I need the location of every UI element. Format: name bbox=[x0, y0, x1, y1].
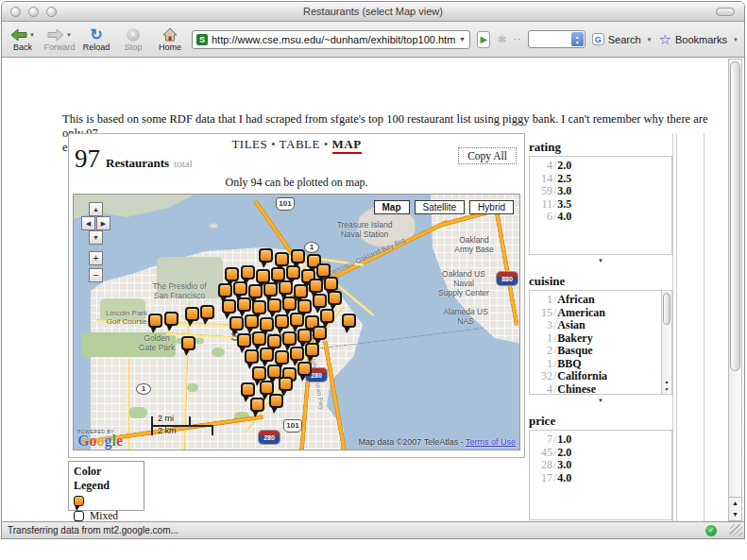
map-marker[interactable] bbox=[222, 299, 236, 314]
url-field[interactable]: S http://www.cse.msu.edu/~dunham/exhibit… bbox=[192, 30, 470, 49]
map-marker[interactable] bbox=[260, 348, 274, 362]
go-button[interactable]: ▶ bbox=[477, 31, 490, 48]
map-marker[interactable] bbox=[275, 314, 289, 329]
map-marker[interactable] bbox=[297, 299, 312, 314]
map-marker[interactable] bbox=[316, 263, 331, 278]
map-type-hybrid[interactable]: Hybrid bbox=[469, 200, 514, 214]
facet-value-row[interactable]: 6/4.0 bbox=[530, 211, 671, 224]
map-marker[interactable] bbox=[250, 398, 264, 412]
url-history-caret-icon[interactable]: ▼ bbox=[459, 36, 466, 42]
pan-up-button[interactable]: ▲ bbox=[89, 202, 103, 216]
map-marker[interactable] bbox=[328, 291, 342, 305]
map-marker[interactable] bbox=[237, 297, 251, 312]
facet-value-row[interactable]: 28/3.0 bbox=[530, 459, 671, 472]
map-marker[interactable] bbox=[275, 350, 289, 365]
facet-value-row[interactable]: 1/BBQ bbox=[530, 358, 671, 371]
copy-all-button[interactable]: Copy All bbox=[458, 147, 517, 164]
facet-value-row[interactable]: 1/Bakery bbox=[530, 332, 671, 346]
map-marker[interactable] bbox=[282, 331, 297, 346]
close-button[interactable] bbox=[10, 7, 21, 17]
map-marker[interactable] bbox=[271, 267, 285, 281]
home-button[interactable]: Home bbox=[155, 24, 185, 56]
facet-more-button[interactable]: ▼ bbox=[529, 255, 672, 266]
map-marker[interactable] bbox=[237, 333, 251, 348]
map-marker[interactable] bbox=[269, 394, 283, 408]
map-marker[interactable] bbox=[282, 297, 297, 311]
facet-value-row[interactable]: 15/American bbox=[530, 307, 671, 320]
map-marker[interactable] bbox=[200, 305, 214, 319]
map-marker[interactable] bbox=[245, 314, 259, 329]
facet-value-row[interactable]: 4/Chinese bbox=[530, 383, 671, 396]
map-marker[interactable] bbox=[263, 282, 278, 297]
page-scrollbar-buttons[interactable]: ▲ ▼ bbox=[729, 497, 741, 520]
facet-scrollbar[interactable]: ▲▼ bbox=[661, 291, 671, 394]
map-marker[interactable] bbox=[313, 326, 327, 340]
facet-value-row[interactable]: 45/2.0 bbox=[530, 447, 671, 460]
resize-grip[interactable] bbox=[730, 524, 742, 536]
map-marker[interactable] bbox=[324, 277, 338, 291]
stop-button[interactable]: ✕ Stop bbox=[118, 24, 148, 56]
title-bar[interactable]: Restaurants (select Map view) bbox=[2, 2, 744, 22]
facet-value-row[interactable]: 2/Basque bbox=[530, 345, 671, 358]
facet-value-row[interactable]: 1/African bbox=[530, 294, 671, 307]
search-menu[interactable]: G Search ▼ bbox=[592, 33, 653, 45]
map-marker[interactable] bbox=[256, 269, 270, 283]
map-marker[interactable] bbox=[218, 283, 232, 297]
map-marker[interactable] bbox=[267, 298, 281, 313]
map-marker[interactable] bbox=[279, 280, 293, 295]
view-tab-tiles[interactable]: TILES bbox=[231, 137, 267, 151]
pan-down-button[interactable]: ▼ bbox=[89, 230, 103, 245]
facet-value-row[interactable]: 59/3.0 bbox=[530, 185, 671, 198]
page-scrollbar-thumb[interactable] bbox=[730, 61, 740, 371]
map-marker[interactable] bbox=[229, 316, 244, 331]
map-marker[interactable] bbox=[309, 279, 323, 293]
map-marker[interactable] bbox=[245, 349, 259, 364]
terms-of-use-link[interactable]: Terms of Use bbox=[466, 437, 516, 447]
map-marker[interactable] bbox=[252, 366, 266, 381]
view-tab-map[interactable]: MAP bbox=[332, 137, 362, 154]
facet-more-button[interactable]: ▼ bbox=[529, 395, 672, 406]
map-marker[interactable] bbox=[305, 343, 319, 357]
page-scrollbar[interactable]: ▲ ▼ bbox=[728, 59, 742, 521]
facet-scrollbar-thumb[interactable] bbox=[663, 293, 671, 325]
map-marker[interactable] bbox=[275, 252, 289, 266]
map-marker[interactable] bbox=[342, 314, 356, 328]
google-map[interactable]: ▲ ◀ ▶ ▼ + − MapSatelliteHybrid POWERED B… bbox=[73, 194, 520, 450]
map-type-map[interactable]: Map bbox=[374, 200, 410, 214]
bookmarks-menu[interactable]: ☆ Bookmarks ▼ bbox=[659, 32, 739, 46]
map-marker[interactable] bbox=[241, 382, 255, 397]
facet-value-row[interactable]: 4/2.0 bbox=[530, 160, 671, 173]
facet-value-row[interactable]: 7/1.0 bbox=[530, 433, 671, 447]
map-marker[interactable] bbox=[259, 248, 273, 263]
map-marker[interactable] bbox=[260, 381, 274, 395]
map-marker[interactable] bbox=[290, 313, 304, 327]
map-marker[interactable] bbox=[297, 362, 312, 376]
pan-left-button[interactable]: ◀ bbox=[81, 216, 95, 230]
map-marker[interactable] bbox=[297, 329, 312, 343]
toolbar-toggle-button[interactable] bbox=[716, 8, 735, 16]
facet-value-row[interactable]: 17/4.0 bbox=[530, 472, 671, 485]
minimize-button[interactable] bbox=[28, 7, 39, 17]
map-marker[interactable] bbox=[267, 334, 281, 348]
map-marker[interactable] bbox=[252, 331, 266, 346]
map-marker[interactable] bbox=[233, 281, 247, 296]
map-marker[interactable] bbox=[286, 265, 300, 280]
toolbar-combobox[interactable]: ▲▼ bbox=[528, 30, 586, 48]
facet-value-row[interactable]: 3/Asian bbox=[530, 319, 671, 332]
zoom-button[interactable] bbox=[46, 7, 57, 17]
map-marker[interactable] bbox=[164, 312, 178, 326]
map-marker[interactable] bbox=[185, 307, 199, 321]
map-marker[interactable] bbox=[313, 294, 327, 308]
facet-value-row[interactable]: 32/California bbox=[530, 370, 671, 383]
back-button[interactable]: ▼ Back bbox=[8, 24, 38, 56]
map-marker[interactable] bbox=[291, 249, 305, 263]
map-marker[interactable] bbox=[290, 347, 304, 361]
map-marker[interactable] bbox=[320, 309, 334, 323]
facet-scrollbar-buttons[interactable]: ▲▼ bbox=[662, 379, 671, 394]
zoom-out-button[interactable]: − bbox=[89, 268, 103, 282]
map-marker[interactable] bbox=[279, 377, 293, 391]
view-tab-table[interactable]: TABLE bbox=[280, 137, 320, 151]
map-marker[interactable] bbox=[241, 265, 255, 280]
map-marker[interactable] bbox=[225, 267, 239, 281]
map-type-satellite[interactable]: Satellite bbox=[415, 200, 466, 214]
